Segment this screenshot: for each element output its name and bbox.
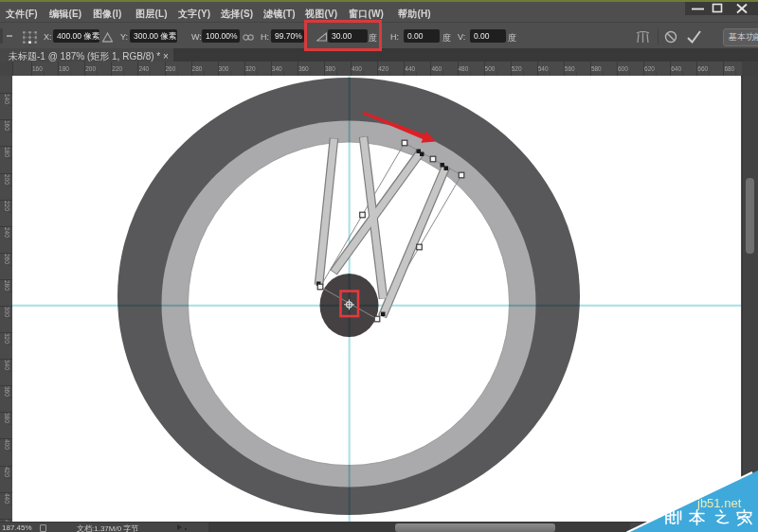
- svg-text:jb51.net: jb51.net: [696, 496, 742, 510]
